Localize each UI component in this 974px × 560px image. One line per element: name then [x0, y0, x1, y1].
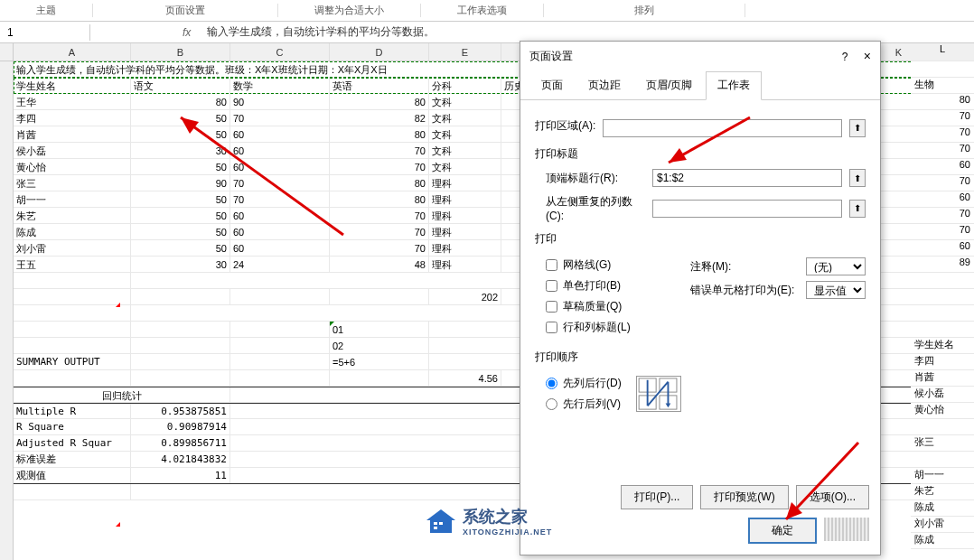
gridlines-checkbox[interactable]: 网格线(G)	[546, 257, 654, 273]
header-cell[interactable]: 学生姓名	[14, 78, 131, 93]
cell[interactable]	[911, 273, 974, 289]
name-box[interactable]: 1	[0, 24, 90, 41]
cell[interactable]: 陈成	[911, 500, 974, 517]
cell[interactable]: 60	[911, 191, 974, 208]
cell[interactable]: 60	[230, 208, 330, 223]
top-rows-input[interactable]	[652, 169, 842, 187]
cell[interactable]: 张三	[911, 435, 974, 452]
errors-combo[interactable]: 显示值	[806, 281, 866, 299]
title-cell[interactable]: 输入学生成绩，自动统计学科的平均分等数据。班级：X年X班统计日期：X年X月X日	[14, 61, 520, 77]
formula-input[interactable]: 输入学生成绩，自动统计学科的平均分等数据。	[201, 23, 974, 42]
cell[interactable]: 80	[911, 94, 974, 110]
cell[interactable]: 70	[230, 175, 330, 191]
cell[interactable]: 30	[131, 257, 230, 272]
cell[interactable]: 文科	[429, 159, 501, 174]
cell[interactable]: 70	[911, 175, 974, 191]
cell[interactable]: 理科	[429, 257, 501, 272]
cell[interactable]: 82	[330, 110, 429, 126]
col-header[interactable]: B	[131, 43, 230, 61]
cell[interactable]: 文科	[429, 126, 501, 142]
cell[interactable]: 肖茜	[14, 126, 131, 142]
cell[interactable]	[911, 322, 974, 338]
cell[interactable]: 50	[131, 159, 230, 174]
cell[interactable]: 60	[230, 143, 330, 158]
cell[interactable]: 70	[330, 240, 429, 256]
cell[interactable]: 70	[911, 126, 974, 143]
cell[interactable]: 理科	[429, 175, 501, 191]
stat-value[interactable]: 4.021843832	[131, 452, 230, 467]
cell[interactable]: 70	[330, 208, 429, 223]
cell[interactable]: 李四	[14, 110, 131, 126]
col-header[interactable]: E	[429, 43, 501, 61]
header-cell[interactable]: 英语	[330, 78, 429, 93]
cell[interactable]: 70	[330, 143, 429, 158]
cell[interactable]: 理科	[429, 208, 501, 223]
cell[interactable]: 70	[911, 224, 974, 240]
cell[interactable]: 黄心怡	[14, 159, 131, 174]
cell[interactable]: 90	[230, 94, 330, 109]
headings-checkbox[interactable]: 行和列标题(L)	[546, 320, 654, 335]
cell[interactable]: 50	[131, 240, 230, 256]
print-area-input[interactable]	[603, 119, 842, 137]
stat-label[interactable]: Multiple R	[14, 404, 131, 418]
cell[interactable]: 50	[131, 208, 230, 223]
cell[interactable]: 刘小雷	[911, 517, 974, 533]
cell[interactable]: 4.56	[429, 370, 501, 386]
cell[interactable]	[911, 419, 974, 435]
cell[interactable]: 60	[911, 159, 974, 175]
cell[interactable]: 60	[230, 224, 330, 239]
cell[interactable]: 202	[429, 289, 501, 304]
cell[interactable]: 80	[330, 126, 429, 142]
order-over-radio[interactable]: 先行后列(V)	[546, 397, 622, 412]
range-picker-icon[interactable]: ⬆	[849, 119, 866, 137]
cell[interactable]: 理科	[429, 224, 501, 239]
stat-label[interactable]: 标准误差	[14, 452, 131, 467]
fx-icon[interactable]: fx	[172, 26, 201, 39]
tab-page[interactable]: 页面	[529, 71, 575, 99]
cell[interactable]: 学生姓名	[911, 338, 974, 354]
cell[interactable]: 王华	[14, 94, 131, 109]
cell[interactable]: SUMMARY OUTPUT	[14, 354, 131, 369]
header-cell[interactable]: 语文	[131, 78, 230, 93]
cell[interactable]: 80	[131, 94, 230, 109]
cell[interactable]: 50	[131, 126, 230, 142]
cell[interactable]: 48	[330, 257, 429, 272]
cell[interactable]: 89	[911, 257, 974, 273]
cell[interactable]: 70	[911, 110, 974, 126]
cell[interactable]: 候小磊	[911, 387, 974, 403]
stat-value[interactable]: 11	[131, 468, 230, 483]
cell[interactable]: 70	[911, 208, 974, 224]
draft-checkbox[interactable]: 草稿质量(Q)	[546, 299, 654, 314]
cell[interactable]: 50	[131, 110, 230, 126]
cell[interactable]: 50	[131, 224, 230, 239]
comments-combo[interactable]: (无)	[806, 257, 866, 275]
ok-button[interactable]: 确定	[748, 518, 817, 544]
stat-label[interactable]: Adjusted R Squar	[14, 435, 131, 451]
cell[interactable]: 文科	[429, 94, 501, 109]
cell[interactable]: 陈成	[911, 533, 974, 549]
cell[interactable]: 70	[330, 224, 429, 239]
stat-value[interactable]: 0.953875851	[131, 404, 230, 418]
cell[interactable]: 王五	[14, 257, 131, 272]
cell[interactable]: 朱艺	[14, 208, 131, 223]
cell[interactable]: 刘小雷	[14, 240, 131, 256]
help-icon[interactable]: ?	[842, 51, 848, 63]
resize-grip-icon[interactable]	[824, 518, 869, 541]
col-header[interactable]: L	[911, 43, 974, 61]
cell[interactable]: 24	[230, 257, 330, 272]
header-cell[interactable]: 数学	[230, 78, 330, 93]
cell[interactable]: 50	[131, 191, 230, 207]
col-header[interactable]: D	[330, 43, 429, 61]
cell[interactable]: 朱艺	[911, 484, 974, 500]
bw-checkbox[interactable]: 单色打印(B)	[546, 278, 654, 294]
header-cell[interactable]: 分科	[429, 78, 501, 93]
cell[interactable]	[911, 61, 974, 78]
cell[interactable]: 60	[230, 159, 330, 174]
tab-margins[interactable]: 页边距	[576, 71, 632, 99]
cell[interactable]: 01	[330, 322, 429, 337]
cell[interactable]: 70	[330, 159, 429, 174]
cell[interactable]: 李四	[911, 354, 974, 370]
options-button[interactable]: 选项(O)...	[796, 485, 869, 509]
cell[interactable]: 70	[230, 110, 330, 126]
cell[interactable]: 张三	[14, 175, 131, 191]
